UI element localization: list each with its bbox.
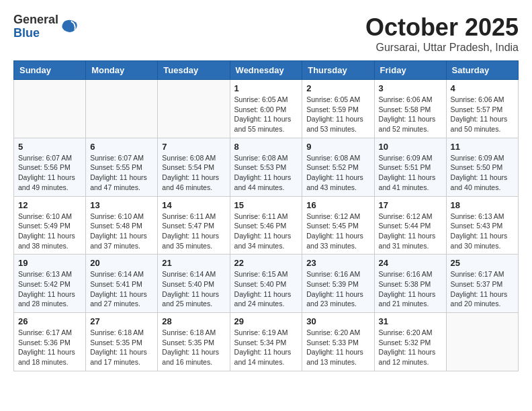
day-info: Sunrise: 6:08 AM Sunset: 5:54 PM Dayligh… — [162, 153, 225, 193]
day-number: 29 — [234, 316, 298, 326]
calendar-cell: 2Sunrise: 6:05 AM Sunset: 5:59 PM Daylig… — [302, 80, 374, 138]
weekday-header-row: SundayMondayTuesdayWednesdayThursdayFrid… — [14, 61, 519, 80]
weekday-header-saturday: Saturday — [446, 61, 518, 80]
day-info: Sunrise: 6:14 AM Sunset: 5:41 PM Dayligh… — [90, 269, 153, 309]
calendar-cell: 21Sunrise: 6:14 AM Sunset: 5:40 PM Dayli… — [158, 255, 230, 313]
calendar-cell: 15Sunrise: 6:11 AM Sunset: 5:46 PM Dayli… — [230, 196, 302, 255]
calendar-cell: 20Sunrise: 6:14 AM Sunset: 5:41 PM Dayli… — [86, 255, 158, 313]
day-info: Sunrise: 6:11 AM Sunset: 5:47 PM Dayligh… — [162, 212, 225, 251]
calendar-cell: 9Sunrise: 6:08 AM Sunset: 5:52 PM Daylig… — [302, 138, 374, 196]
calendar-cell: 27Sunrise: 6:18 AM Sunset: 5:35 PM Dayli… — [86, 313, 158, 371]
calendar-cell: 1Sunrise: 6:05 AM Sunset: 6:00 PM Daylig… — [230, 80, 302, 138]
calendar-cell: 8Sunrise: 6:08 AM Sunset: 5:53 PM Daylig… — [230, 138, 302, 196]
day-info: Sunrise: 6:20 AM Sunset: 5:32 PM Dayligh… — [379, 328, 442, 367]
day-info: Sunrise: 6:12 AM Sunset: 5:45 PM Dayligh… — [306, 212, 369, 251]
day-number: 19 — [18, 258, 81, 268]
day-info: Sunrise: 6:09 AM Sunset: 5:51 PM Dayligh… — [379, 153, 442, 193]
day-info: Sunrise: 6:17 AM Sunset: 5:36 PM Dayligh… — [18, 328, 81, 367]
day-number: 27 — [90, 316, 153, 326]
day-info: Sunrise: 6:05 AM Sunset: 5:59 PM Dayligh… — [306, 95, 369, 134]
weekday-header-tuesday: Tuesday — [158, 61, 230, 80]
day-info: Sunrise: 6:11 AM Sunset: 5:46 PM Dayligh… — [234, 212, 298, 251]
day-info: Sunrise: 6:13 AM Sunset: 5:43 PM Dayligh… — [451, 212, 514, 251]
calendar-week-row: 19Sunrise: 6:13 AM Sunset: 5:42 PM Dayli… — [14, 255, 519, 313]
day-number: 20 — [90, 258, 153, 268]
day-number: 24 — [379, 258, 442, 268]
day-number: 7 — [162, 142, 225, 152]
header: General Blue October 2025 Gursarai, Utta… — [13, 13, 519, 54]
day-info: Sunrise: 6:16 AM Sunset: 5:38 PM Dayligh… — [379, 269, 442, 309]
calendar-cell: 31Sunrise: 6:20 AM Sunset: 5:32 PM Dayli… — [374, 313, 446, 371]
calendar-cell: 3Sunrise: 6:06 AM Sunset: 5:58 PM Daylig… — [374, 80, 446, 138]
calendar-week-row: 12Sunrise: 6:10 AM Sunset: 5:49 PM Dayli… — [14, 196, 519, 255]
calendar-cell: 18Sunrise: 6:13 AM Sunset: 5:43 PM Dayli… — [446, 196, 518, 255]
day-info: Sunrise: 6:17 AM Sunset: 5:37 PM Dayligh… — [451, 269, 514, 309]
day-info: Sunrise: 6:07 AM Sunset: 5:55 PM Dayligh… — [90, 153, 153, 193]
day-info: Sunrise: 6:14 AM Sunset: 5:40 PM Dayligh… — [162, 269, 225, 309]
day-info: Sunrise: 6:06 AM Sunset: 5:58 PM Dayligh… — [379, 95, 442, 134]
day-info: Sunrise: 6:16 AM Sunset: 5:39 PM Dayligh… — [306, 269, 369, 309]
day-number: 22 — [234, 258, 298, 268]
calendar-cell: 14Sunrise: 6:11 AM Sunset: 5:47 PM Dayli… — [158, 196, 230, 255]
day-number: 15 — [234, 200, 298, 210]
day-info: Sunrise: 6:18 AM Sunset: 5:35 PM Dayligh… — [162, 328, 225, 367]
calendar-cell: 6Sunrise: 6:07 AM Sunset: 5:55 PM Daylig… — [86, 138, 158, 196]
day-number: 31 — [379, 316, 442, 326]
day-info: Sunrise: 6:10 AM Sunset: 5:49 PM Dayligh… — [18, 212, 81, 251]
calendar-cell — [14, 80, 86, 138]
day-info: Sunrise: 6:19 AM Sunset: 5:34 PM Dayligh… — [234, 328, 298, 367]
day-number: 28 — [162, 316, 225, 326]
day-info: Sunrise: 6:15 AM Sunset: 5:40 PM Dayligh… — [234, 269, 298, 309]
calendar-cell: 7Sunrise: 6:08 AM Sunset: 5:54 PM Daylig… — [158, 138, 230, 196]
day-number: 18 — [451, 200, 514, 210]
calendar-cell: 13Sunrise: 6:10 AM Sunset: 5:48 PM Dayli… — [86, 196, 158, 255]
calendar-cell: 12Sunrise: 6:10 AM Sunset: 5:49 PM Dayli… — [14, 196, 86, 255]
weekday-header-monday: Monday — [86, 61, 158, 80]
weekday-header-friday: Friday — [374, 61, 446, 80]
month-title: October 2025 — [365, 13, 519, 42]
day-info: Sunrise: 6:20 AM Sunset: 5:33 PM Dayligh… — [306, 328, 369, 367]
day-number: 13 — [90, 200, 153, 210]
calendar-cell: 17Sunrise: 6:12 AM Sunset: 5:44 PM Dayli… — [374, 196, 446, 255]
day-number: 21 — [162, 258, 225, 268]
calendar-cell — [86, 80, 158, 138]
day-info: Sunrise: 6:18 AM Sunset: 5:35 PM Dayligh… — [90, 328, 153, 367]
calendar-week-row: 5Sunrise: 6:07 AM Sunset: 5:56 PM Daylig… — [14, 138, 519, 196]
calendar-cell: 5Sunrise: 6:07 AM Sunset: 5:56 PM Daylig… — [14, 138, 86, 196]
day-number: 30 — [306, 316, 369, 326]
day-info: Sunrise: 6:09 AM Sunset: 5:50 PM Dayligh… — [451, 153, 514, 193]
day-number: 4 — [451, 83, 514, 93]
day-number: 26 — [18, 316, 81, 326]
calendar-cell: 10Sunrise: 6:09 AM Sunset: 5:51 PM Dayli… — [374, 138, 446, 196]
calendar-cell: 16Sunrise: 6:12 AM Sunset: 5:45 PM Dayli… — [302, 196, 374, 255]
day-info: Sunrise: 6:12 AM Sunset: 5:44 PM Dayligh… — [379, 212, 442, 251]
day-number: 14 — [162, 200, 225, 210]
logo-blue-text: Blue — [13, 26, 40, 40]
day-number: 25 — [451, 258, 514, 268]
day-number: 1 — [234, 83, 298, 93]
calendar-cell: 4Sunrise: 6:06 AM Sunset: 5:57 PM Daylig… — [446, 80, 518, 138]
calendar-week-row: 26Sunrise: 6:17 AM Sunset: 5:36 PM Dayli… — [14, 313, 519, 371]
calendar-cell — [446, 313, 518, 371]
day-info: Sunrise: 6:06 AM Sunset: 5:57 PM Dayligh… — [451, 95, 514, 134]
day-number: 23 — [306, 258, 369, 268]
calendar-cell: 19Sunrise: 6:13 AM Sunset: 5:42 PM Dayli… — [14, 255, 86, 313]
day-number: 6 — [90, 142, 153, 152]
weekday-header-wednesday: Wednesday — [230, 61, 302, 80]
weekday-header-sunday: Sunday — [14, 61, 86, 80]
title-section: October 2025 Gursarai, Uttar Pradesh, In… — [365, 13, 519, 54]
logo-icon — [60, 17, 79, 36]
day-number: 11 — [451, 142, 514, 152]
day-info: Sunrise: 6:08 AM Sunset: 5:52 PM Dayligh… — [306, 153, 369, 193]
calendar-cell: 26Sunrise: 6:17 AM Sunset: 5:36 PM Dayli… — [14, 313, 86, 371]
day-number: 16 — [306, 200, 369, 210]
calendar-week-row: 1Sunrise: 6:05 AM Sunset: 6:00 PM Daylig… — [14, 80, 519, 138]
calendar-table: SundayMondayTuesdayWednesdayThursdayFrid… — [13, 60, 519, 371]
day-number: 9 — [306, 142, 369, 152]
calendar-cell: 28Sunrise: 6:18 AM Sunset: 5:35 PM Dayli… — [158, 313, 230, 371]
day-number: 17 — [379, 200, 442, 210]
calendar-cell: 24Sunrise: 6:16 AM Sunset: 5:38 PM Dayli… — [374, 255, 446, 313]
day-number: 10 — [379, 142, 442, 152]
day-number: 12 — [18, 200, 81, 210]
day-info: Sunrise: 6:07 AM Sunset: 5:56 PM Dayligh… — [18, 153, 81, 193]
